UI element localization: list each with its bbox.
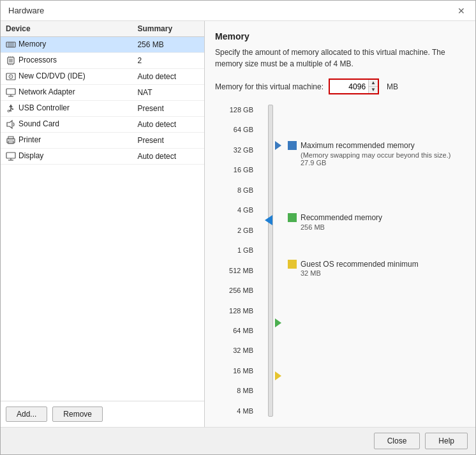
memory-scale-label: 16 MB [229, 367, 253, 375]
rec-value: 256 MB [301, 223, 382, 231]
legend-max-text: Maximum recommended memory (Memory swapp… [301, 140, 450, 167]
col-header-summary: Summary [132, 21, 204, 37]
legend-max: Maximum recommended memory (Memory swapp… [288, 140, 465, 167]
svg-point-25 [8, 110, 10, 112]
device-cell: Processors [1, 53, 132, 69]
usb-icon [6, 103, 16, 114]
guest-min-arrow [275, 371, 281, 380]
device-cell: Network Adapter [1, 85, 132, 101]
memory-value-input[interactable] [330, 81, 368, 93]
memory-scale-label: 8 MB [229, 387, 253, 395]
close-icon[interactable]: ✕ [455, 6, 468, 16]
rec-color-box [288, 213, 297, 222]
summary-cell: Auto detect [132, 149, 204, 165]
max-memory-arrow [275, 141, 281, 150]
device-table: Device Summary Memory 256 MB Processors … [1, 21, 204, 401]
processor-icon [6, 56, 16, 66]
help-button[interactable]: Help [425, 433, 468, 449]
summary-cell: Auto detect [132, 69, 204, 85]
memory-input-label: Memory for this virtual machine: [215, 82, 324, 91]
left-panel: Device Summary Memory 256 MB Processors … [1, 21, 205, 427]
device-cell: New CD/DVD (IDE) [1, 69, 132, 85]
recommended-arrow [275, 318, 281, 327]
memory-description: Specify the amount of memory allocated t… [215, 47, 465, 70]
svg-rect-30 [6, 153, 15, 158]
device-cell: Sound Card [1, 117, 132, 133]
slider-thumb[interactable] [265, 215, 272, 225]
cdrom-icon [6, 71, 16, 82]
memory-scale-label: 4 GB [229, 206, 253, 214]
memory-scale-label: 2 GB [229, 227, 253, 235]
table-row[interactable]: Memory 256 MB [1, 37, 204, 53]
memory-scale-label: 64 GB [229, 126, 253, 134]
memory-scale-label: 256 MB [229, 287, 253, 295]
summary-cell: Present [132, 101, 204, 117]
memory-scale-labels: 128 GB64 GB32 GB16 GB8 GB4 GB2 GB1 GB512… [215, 105, 253, 417]
memory-input-row: Memory for this virtual machine: ▲ ▼ MB [215, 78, 465, 94]
display-icon [6, 151, 16, 161]
max-label: Maximum recommended memory [301, 140, 450, 151]
left-panel-buttons: Add... Remove [1, 401, 204, 427]
legend-guest-text: Guest OS recommended minimum 32 MB [301, 259, 419, 278]
device-cell: Memory [1, 37, 132, 53]
memory-scale-label: 512 MB [229, 267, 253, 275]
memory-scale-label: 128 GB [229, 106, 253, 114]
memory-scale-label: 8 GB [229, 186, 253, 195]
memory-spin-down[interactable]: ▼ [369, 87, 378, 93]
memory-scale-label: 32 MB [229, 347, 253, 355]
table-row[interactable]: Printer Present [1, 133, 204, 149]
dialog-title: Hardware [8, 6, 44, 15]
guest-value: 32 MB [301, 269, 419, 277]
add-button[interactable]: Add... [6, 407, 47, 422]
svg-marker-21 [9, 105, 13, 107]
table-row[interactable]: Sound Card Auto detect [1, 117, 204, 133]
memory-scale-label: 128 MB [229, 307, 253, 315]
network-icon [6, 87, 16, 98]
svg-marker-26 [7, 121, 12, 128]
memory-input-box: ▲ ▼ [329, 78, 379, 94]
memory-spin-up[interactable]: ▲ [369, 80, 378, 87]
summary-cell: NAT [132, 85, 204, 101]
legend-guest: Guest OS recommended minimum 32 MB [288, 259, 465, 278]
close-button[interactable]: Close [374, 433, 420, 449]
printer-icon [6, 135, 16, 145]
rec-label: Recommended memory [301, 213, 382, 223]
memory-labels-list: 128 GB64 GB32 GB16 GB8 GB4 GB2 GB1 GB512… [229, 105, 253, 417]
memory-icon [6, 40, 16, 50]
table-row[interactable]: Processors 2 [1, 53, 204, 69]
remove-button[interactable]: Remove [52, 407, 103, 422]
memory-scale-label: 32 GB [229, 146, 253, 154]
title-bar: Hardware ✕ [1, 1, 475, 21]
slider-track-col [261, 105, 280, 417]
memory-scale-label: 4 MB [229, 407, 253, 415]
max-color-box [288, 141, 297, 150]
legend-rec-text: Recommended memory 256 MB [301, 213, 382, 231]
table-row[interactable]: USB Controller Present [1, 101, 204, 117]
max-value: 27.9 GB [301, 159, 450, 167]
device-cell: Printer [1, 133, 132, 149]
memory-scale-label: 16 GB [229, 166, 253, 174]
svg-point-16 [10, 76, 11, 77]
legend-col: Maximum recommended memory (Memory swapp… [288, 105, 465, 417]
hardware-dialog: Hardware ✕ Device Summary Memory [0, 0, 476, 455]
legend-rec: Recommended memory 256 MB [288, 213, 465, 231]
summary-cell: 256 MB [132, 37, 204, 53]
guest-label: Guest OS recommended minimum [301, 259, 419, 270]
table-row[interactable]: Network Adapter NAT [1, 85, 204, 101]
bottom-buttons: Close Help [1, 427, 475, 454]
svg-rect-17 [6, 89, 15, 94]
col-header-device: Device [1, 21, 132, 37]
device-cell: Display [1, 149, 132, 165]
table-row[interactable]: Display Auto detect [1, 149, 204, 165]
summary-cell: 2 [132, 53, 204, 69]
max-sub: (Memory swapping may occur beyond this s… [301, 151, 450, 159]
table-row[interactable]: New CD/DVD (IDE) Auto detect [1, 69, 204, 85]
memory-spinners: ▲ ▼ [368, 80, 378, 93]
slider-track[interactable] [268, 105, 273, 417]
guest-color-box [288, 260, 297, 269]
memory-scale-label: 64 MB [229, 327, 253, 335]
svg-rect-24 [12, 108, 13, 110]
right-panel: Memory Specify the amount of memory allo… [205, 21, 475, 427]
svg-rect-7 [9, 59, 13, 63]
memory-unit-label: MB [387, 82, 398, 91]
